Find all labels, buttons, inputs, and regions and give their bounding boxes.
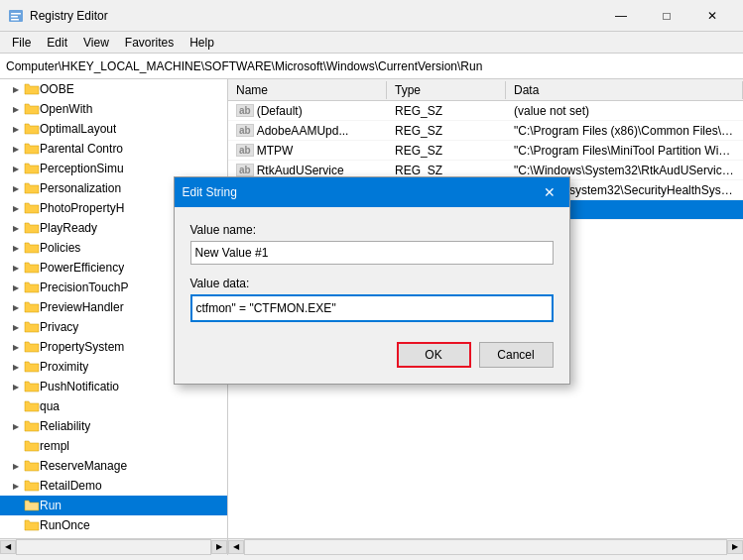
dialog-overlay: Edit String ✕ Value name: Value data: OK… [0,0,743,560]
ok-button[interactable]: OK [397,342,471,368]
value-name-label: Value name: [190,223,554,237]
dialog-title-bar: Edit String ✕ [175,177,569,207]
cancel-button[interactable]: Cancel [479,342,554,368]
value-name-input[interactable] [190,241,554,265]
value-data-label: Value data: [190,277,554,290]
dialog-close-button[interactable]: ✕ [538,180,561,204]
dialog-buttons: OK Cancel [190,342,554,368]
value-data-input[interactable] [190,294,554,322]
dialog-title: Edit String [183,185,538,199]
dialog-body: Value name: Value data: OK Cancel [175,207,569,384]
edit-string-dialog: Edit String ✕ Value name: Value data: OK… [174,176,570,385]
